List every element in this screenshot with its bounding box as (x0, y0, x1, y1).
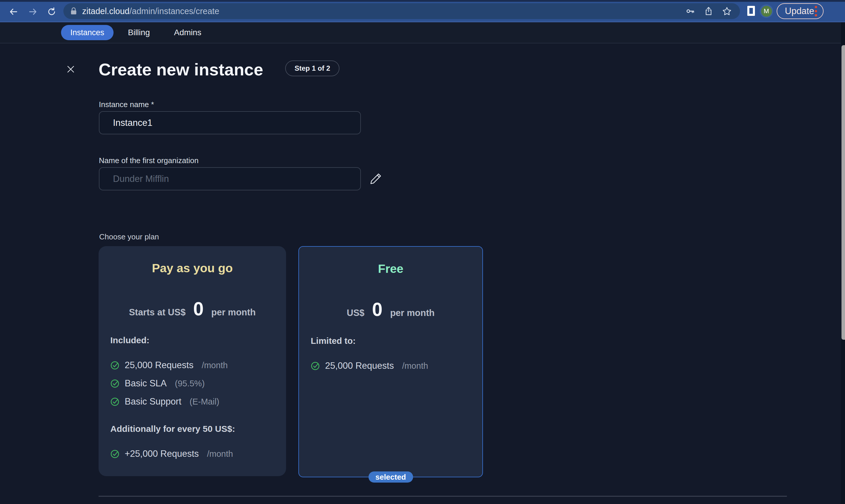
plan-card-pay-as-you-go[interactable]: Pay as you go Starts at US$ 0 per month … (98, 246, 286, 476)
plan-section-heading: Additionally for every 50 US$: (110, 424, 274, 434)
back-arrow-icon (8, 7, 18, 17)
plan-feature-item: Basic Support(E-Mail) (110, 396, 274, 407)
plan-card-free[interactable]: Free US$ 0 per month Limited to:25,000 R… (299, 246, 483, 477)
price-suffix: per month (390, 308, 435, 318)
plan-feature-list: 25,000 Requests/month (311, 361, 471, 371)
step-badge: Step 1 of 2 (285, 60, 340, 76)
check-circle-icon (110, 379, 120, 388)
feature-text: 25,000 Requests (125, 360, 193, 371)
browser-window: zitadel.cloud/admin/instances/create M U… (0, 0, 845, 504)
avatar: M (761, 6, 772, 17)
check-circle-icon (110, 397, 120, 406)
feature-text: 25,000 Requests (325, 361, 394, 371)
plan-sections: Limited to:25,000 Requests/month (311, 336, 471, 371)
tab-instances[interactable]: Instances (61, 25, 113, 40)
check-circle-icon (311, 361, 320, 371)
plan-feature-item: 25,000 Requests/month (110, 360, 274, 371)
tab-billing[interactable]: Billing (128, 22, 150, 43)
back-button[interactable] (8, 6, 19, 17)
browser-menu-icon[interactable] (815, 6, 817, 16)
price-value: 0 (372, 300, 383, 319)
plan-feature-list: +25,000 Requests/month (110, 449, 274, 459)
forward-arrow-icon (28, 7, 38, 17)
feature-note: /month (207, 449, 233, 459)
price-value: 0 (193, 300, 204, 318)
feature-note: /month (402, 361, 428, 371)
star-icon[interactable] (722, 6, 732, 16)
edit-organization-button[interactable] (368, 171, 383, 186)
profile-button[interactable]: M (760, 4, 773, 18)
page-title: Create new instance (98, 60, 263, 79)
portal-navbar: Instances Billing Admins (0, 22, 845, 43)
feature-note: (E-Mail) (190, 397, 219, 407)
plan-feature-list: 25,000 Requests/monthBasic SLA(95.5%)Bas… (110, 360, 274, 407)
share-icon[interactable] (704, 6, 713, 16)
side-panel-icon (749, 8, 753, 14)
feature-text: +25,000 Requests (125, 449, 199, 459)
update-label: Update (785, 6, 814, 16)
side-panel-button[interactable] (747, 6, 755, 16)
feature-text: Basic SLA (125, 378, 167, 389)
plan-section-heading: Included: (110, 335, 274, 345)
tab-strip (0, 0, 845, 2)
price-prefix: US$ (347, 308, 364, 318)
close-button[interactable] (64, 63, 77, 76)
close-icon (64, 63, 77, 76)
plan-section-heading: Limited to: (311, 336, 471, 346)
url-host: zitadel.cloud (82, 6, 129, 16)
key-icon[interactable] (686, 6, 695, 16)
plan-feature-item: Basic SLA(95.5%) (110, 378, 274, 389)
plan-feature-item: +25,000 Requests/month (110, 449, 274, 459)
instance-name-label: Instance name * (99, 100, 154, 109)
organization-label: Name of the first organization (99, 156, 199, 165)
address-bar[interactable]: zitadel.cloud/admin/instances/create (64, 3, 740, 19)
update-chrome-button[interactable]: Update (777, 3, 824, 19)
choose-plan-label: Choose your plan (99, 232, 159, 241)
feature-note: (95.5%) (175, 379, 205, 389)
edit-pencil-icon (369, 172, 383, 186)
lock-icon[interactable] (70, 7, 77, 16)
plan-name: Pay as you go (110, 262, 274, 275)
organization-input[interactable] (99, 167, 361, 191)
reload-icon (47, 7, 57, 17)
plan-price: Starts at US$ 0 per month (110, 300, 274, 318)
instance-name-input[interactable] (99, 111, 361, 134)
feature-text: Basic Support (125, 396, 181, 407)
plan-price: US$ 0 per month (311, 300, 471, 319)
section-divider (98, 496, 787, 497)
browser-toolbar: zitadel.cloud/admin/instances/create M U… (0, 0, 845, 22)
url-text: zitadel.cloud/admin/instances/create (82, 6, 219, 16)
check-circle-icon (110, 361, 120, 370)
forward-button[interactable] (28, 6, 38, 17)
plan-name: Free (311, 262, 471, 275)
selected-badge: selected (368, 471, 413, 483)
url-path: /admin/instances/create (129, 6, 219, 16)
plan-sections: Included:25,000 Requests/monthBasic SLA(… (110, 335, 274, 459)
check-circle-icon (110, 449, 120, 458)
price-suffix: per month (211, 307, 256, 318)
scrollbar-thumb[interactable] (842, 45, 845, 340)
reload-button[interactable] (46, 6, 57, 17)
tab-admins[interactable]: Admins (174, 22, 201, 43)
price-prefix: Starts at US$ (129, 307, 185, 318)
feature-note: /month (201, 361, 228, 370)
plan-feature-item: 25,000 Requests/month (311, 361, 471, 371)
